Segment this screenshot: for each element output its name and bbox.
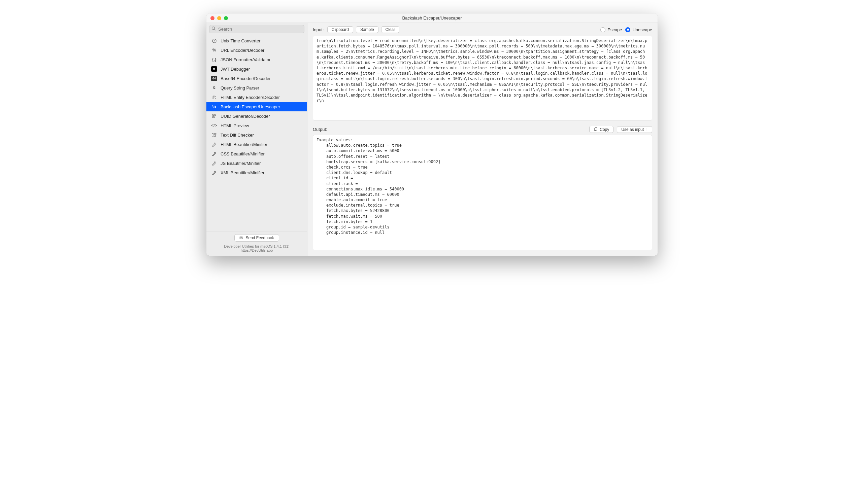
backslash-n-icon: \n [211, 103, 217, 110]
output-toolbar: Output: Copy Use as input ↑ [308, 126, 658, 135]
nav-xml-beautifier[interactable]: XML Beautifier/Minifier [206, 168, 307, 177]
nav-item-label: Query String Parser [220, 85, 259, 90]
wand-icon [211, 141, 217, 147]
nav-json-formatter[interactable]: {,} JSON Formatter/Validator [206, 55, 307, 64]
clear-button[interactable]: Clear [381, 26, 400, 33]
unescape-label: Unescape [632, 27, 652, 32]
base64-icon: 64 [211, 75, 217, 82]
maximize-button[interactable] [224, 16, 228, 20]
app-window: Backslash Escaper/Unescaper Unix Time Co… [206, 13, 658, 256]
escape-label: Escape [608, 27, 622, 32]
percent-icon: % [211, 47, 217, 53]
hash-semicolon-icon: #; [211, 94, 217, 100]
input-textarea[interactable]: true\n\tisolation.level = read_uncommitt… [313, 36, 652, 121]
nav-item-label: URL Encoder/Decoder [220, 48, 264, 53]
arrow-up-icon: ↑ [646, 127, 648, 132]
main-panel: Input: Clipboard Sample Clear Escape Une… [308, 23, 658, 256]
svg-rect-3 [595, 127, 597, 130]
nav-item-label: HTML Beautifier/Minifier [220, 142, 267, 147]
nav-unix-time-converter[interactable]: Unix Time Converter [206, 36, 307, 46]
nav-backslash-escaper[interactable]: \n Backslash Escaper/Unescaper [206, 102, 307, 111]
sample-button[interactable]: Sample [356, 26, 379, 33]
mail-icon: ✉ [239, 235, 243, 240]
nav-item-label: Text Diff Checker [220, 133, 254, 138]
nav-item-label: JSON Formatter/Validator [220, 57, 271, 62]
wand-icon [211, 160, 217, 166]
unescape-radio[interactable]: Unescape [625, 27, 652, 32]
nav-html-beautifier[interactable]: HTML Beautifier/Minifier [206, 140, 307, 149]
nav-js-beautifier[interactable]: JS Beautifier/Minifier [206, 159, 307, 168]
use-as-input-label: Use as input [621, 127, 644, 132]
nav-base64[interactable]: 64 Base64 Encoder/Decoder [206, 74, 307, 83]
wand-icon [211, 170, 217, 176]
app-url: https://DevUtils.app [206, 248, 307, 252]
nav-html-entity[interactable]: #; HTML Entity Encoder/Decoder [206, 93, 307, 102]
sidebar: Unix Time Converter % URL Encoder/Decode… [206, 23, 308, 256]
sidebar-footer: ✉ Send Feedback Developer Utilities for … [206, 231, 307, 256]
input-toolbar: Input: Clipboard Sample Clear Escape Une… [308, 23, 658, 36]
nav-item-label: HTML Entity Encoder/Decoder [220, 95, 280, 100]
nav-item-label: UUID Generator/Decoder [220, 114, 270, 119]
window-title: Backslash Escaper/Unescaper [402, 15, 461, 21]
nav-item-label: JWT Debugger [220, 66, 250, 72]
nav-css-beautifier[interactable]: CSS Beautifier/Minifier [206, 149, 307, 159]
output-label: Output: [313, 127, 327, 132]
uuid-icon: UUID [211, 113, 217, 119]
titlebar: Backslash Escaper/Unescaper [206, 13, 658, 23]
nav-jwt-debugger[interactable]: ✻ JWT Debugger [206, 64, 307, 74]
input-label: Input: [313, 27, 324, 32]
clock-icon [211, 38, 217, 44]
copy-label: Copy [600, 127, 609, 132]
nav-uuid-generator[interactable]: UUID UUID Generator/Decoder [206, 111, 307, 121]
tag-icon: </> [211, 122, 217, 128]
minimize-button[interactable] [217, 16, 221, 20]
nav-item-label: CSS Beautifier/Minifier [220, 151, 265, 157]
traffic-lights [211, 16, 228, 20]
escape-radio[interactable]: Escape [600, 27, 622, 32]
nav-item-label: Unix Time Converter [220, 38, 260, 44]
nav-item-label: Backslash Escaper/Unescaper [220, 104, 280, 109]
nav-item-label: HTML Preview [220, 123, 249, 128]
nav-item-label: XML Beautifier/Minifier [220, 170, 264, 175]
clipboard-icon [593, 127, 598, 132]
braces-icon: {,} [211, 57, 217, 63]
search-input[interactable] [209, 25, 304, 33]
ampersand-icon: & [211, 85, 217, 91]
close-button[interactable] [211, 16, 215, 20]
send-feedback-button[interactable]: ✉ Send Feedback [235, 234, 279, 242]
nav-list: Unix Time Converter % URL Encoder/Decode… [206, 35, 307, 231]
feedback-label: Send Feedback [245, 235, 274, 240]
radio-dot-checked-icon [625, 27, 630, 32]
output-textarea[interactable]: Example values: allow.auto.create.topics… [313, 135, 652, 250]
nav-text-diff[interactable]: +ab-cd Text Diff Checker [206, 130, 307, 140]
nav-url-encoder[interactable]: % URL Encoder/Decoder [206, 46, 307, 55]
use-as-input-button[interactable]: Use as input ↑ [617, 126, 652, 133]
nav-item-label: Base64 Encoder/Decoder [220, 76, 271, 81]
diff-icon: +ab-cd [211, 132, 217, 138]
nav-html-preview[interactable]: </> HTML Preview [206, 121, 307, 130]
app-version: Developer Utilities for macOS 1.4.1 (31) [206, 244, 307, 248]
wand-icon [211, 151, 217, 157]
radio-dot-unchecked-icon [600, 27, 605, 32]
nav-item-label: JS Beautifier/Minifier [220, 161, 261, 166]
jwt-icon: ✻ [211, 66, 217, 72]
copy-button[interactable]: Copy [589, 126, 613, 133]
clipboard-button[interactable]: Clipboard [327, 26, 353, 33]
nav-query-string[interactable]: & Query String Parser [206, 83, 307, 93]
